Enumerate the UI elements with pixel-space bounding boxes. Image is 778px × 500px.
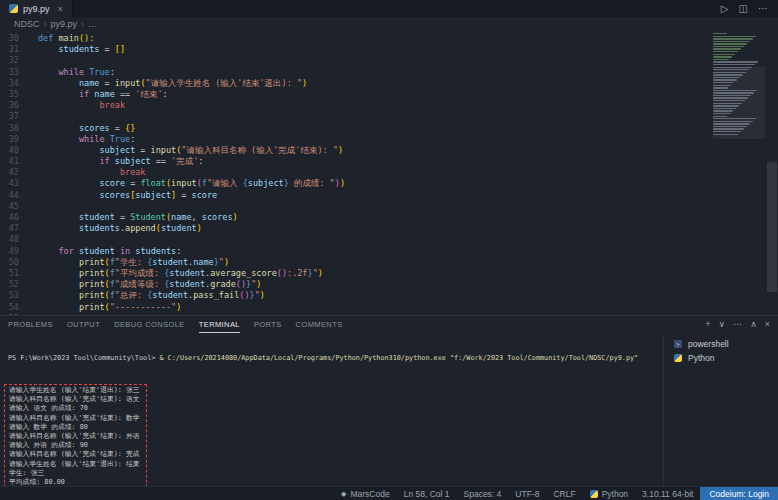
status-language[interactable]: Python	[583, 487, 635, 500]
tab-close-icon[interactable]: ×	[58, 4, 63, 14]
tab-bar: py9.py × ▷ ◫ ⋯	[0, 0, 778, 17]
code-line: scores[subject] = score	[38, 190, 778, 201]
terminal-list-label: Python	[688, 353, 714, 363]
code-line: subject = input("请输入科目名称 (输入'完成'结束): ")	[38, 145, 778, 156]
more-actions-icon[interactable]: ⋯	[758, 4, 768, 14]
gutter: 3031323334353637383940414243444546474849…	[0, 31, 28, 315]
run-button[interactable]: ▷	[721, 4, 729, 14]
editor-tab-py9[interactable]: py9.py ×	[0, 0, 73, 17]
status-cursor-position[interactable]: Ln 58, Col 1	[397, 487, 457, 500]
code-line: scores = {}	[38, 123, 778, 134]
powershell-icon: >	[674, 340, 682, 348]
code-line: for student in students:	[38, 246, 778, 257]
code-line: while True:	[38, 134, 778, 145]
panel-tab-comments[interactable]: COMMENTS	[296, 316, 343, 333]
marscode-icon: ◆	[341, 490, 346, 498]
code-line: print(f"总评: {student.pass_fail()}")	[38, 290, 778, 301]
line-number: 36	[0, 100, 19, 111]
terminal-sidebar: >powershellPython	[663, 334, 778, 486]
new-terminal-icon[interactable]: +	[705, 320, 710, 329]
panel-tab-debug-console[interactable]: DEBUG CONSOLE	[114, 316, 185, 333]
terminal-list-item-python[interactable]: Python	[664, 351, 778, 365]
terminal-list-item-powershell[interactable]: >powershell	[664, 337, 778, 351]
terminal-output-annotation-box: 请输入学生姓名 (输入'结束'退出): 张三请输入科目名称 (输入'完成'结束)…	[4, 384, 147, 486]
panel-tab-problems[interactable]: PROBLEMS	[8, 316, 53, 333]
breadcrumb-separator-icon: ›	[44, 19, 47, 29]
status-label: Codeium: Login	[709, 489, 769, 499]
line-number: 45	[0, 201, 19, 212]
status-codeium[interactable]: Codeium: Login	[700, 487, 778, 500]
vscode-window: py9.py × ▷ ◫ ⋯ NDSC›py9.py›… 30313233343…	[0, 0, 778, 500]
code-lines: def main(): students = [] while True: na…	[28, 31, 778, 315]
panel-tab-terminal[interactable]: TERMINAL	[199, 316, 240, 333]
panel-tab-ports[interactable]: PORTS	[254, 316, 282, 333]
python-file-icon	[9, 4, 18, 13]
status-label: Ln 58, Col 1	[404, 489, 450, 499]
status-label: Spaces: 4	[464, 489, 502, 499]
terminal-output-line: 请输入科目名称 (输入'完成'结束): 语文	[9, 395, 140, 404]
editor-scrollbar-thumb[interactable]	[767, 162, 777, 293]
status-interpreter[interactable]: 3.10.11 64-bit	[635, 487, 700, 500]
breadcrumb-item[interactable]: …	[88, 19, 97, 29]
panel-body: PS F:\Work\2023 Tool\Community\Tool> & C…	[0, 334, 778, 486]
status-indentation[interactable]: Spaces: 4	[457, 487, 509, 500]
line-number: 30	[0, 33, 19, 44]
status-eol[interactable]: CRLF	[546, 487, 582, 500]
line-number: 35	[0, 89, 19, 100]
bottom-panel: PROBLEMSOUTPUTDEBUG CONSOLETERMINALPORTS…	[0, 315, 778, 486]
line-number: 38	[0, 123, 19, 134]
editor-actions: ▷ ◫ ⋯	[721, 0, 778, 17]
line-number: 54	[0, 302, 19, 313]
code-line: print(f"平均成绩: {student.average_score():.…	[38, 268, 778, 279]
minimap[interactable]	[713, 33, 765, 303]
status-marscode[interactable]: ◆MarsCode	[334, 487, 397, 500]
terminal-output-line: 请输入 数学 的成绩: 80	[9, 423, 140, 432]
panel-more-icon[interactable]: ⋯	[733, 320, 742, 329]
breadcrumb: NDSC›py9.py›…	[0, 17, 778, 31]
terminal-output-line: 请输入科目名称 (输入'完成'结束): 数学	[9, 414, 140, 423]
status-label: Python	[602, 489, 628, 499]
status-encoding[interactable]: UTF-8	[508, 487, 546, 500]
terminal-list: >powershellPython	[664, 337, 778, 365]
code-line: while True:	[38, 67, 778, 78]
close-panel-icon[interactable]: ×	[765, 320, 770, 329]
terminal-dropdown-icon[interactable]: ∨	[719, 320, 726, 329]
statusbar-right: ◆MarsCodeLn 58, Col 1Spaces: 4UTF-8CRLFP…	[334, 487, 778, 500]
terminal-command-line: PS F:\Work\2023 Tool\Community\Tool> & C…	[8, 354, 663, 363]
line-number: 53	[0, 290, 19, 301]
terminal-output-line: 请输入科目名称 (输入'完成'结束): 完成	[9, 450, 140, 459]
code-line: def main():	[38, 33, 778, 44]
maximize-panel-icon[interactable]: ∧	[750, 320, 757, 329]
terminal-output-line: 请输入学生姓名 (输入'结束'退出): 结束	[9, 460, 140, 469]
editor-scrollbar[interactable]	[766, 31, 778, 315]
line-number: 34	[0, 78, 19, 89]
split-editor-icon[interactable]: ◫	[739, 4, 748, 14]
breadcrumb-item[interactable]: NDSC	[14, 19, 40, 29]
breadcrumb-item[interactable]: py9.py	[51, 19, 78, 29]
code-line: if name == '结束':	[38, 89, 778, 100]
line-number: 52	[0, 279, 19, 290]
panel-tab-output[interactable]: OUTPUT	[67, 316, 100, 333]
status-label: MarsCode	[350, 489, 389, 499]
terminal[interactable]: PS F:\Work\2023 Tool\Community\Tool> & C…	[0, 334, 663, 486]
line-number: 43	[0, 178, 19, 189]
line-number: 32	[0, 55, 19, 66]
code-line: student = Student(name, scores)	[38, 212, 778, 223]
code-editor[interactable]: 3031323334353637383940414243444546474849…	[0, 31, 778, 315]
line-number: 50	[0, 257, 19, 268]
line-number: 48	[0, 234, 19, 245]
code-line	[38, 234, 778, 245]
panel-header: PROBLEMSOUTPUTDEBUG CONSOLETERMINALPORTS…	[0, 316, 778, 333]
line-number: 42	[0, 167, 19, 178]
line-number: 40	[0, 145, 19, 156]
code-line: students = []	[38, 44, 778, 55]
line-number: 51	[0, 268, 19, 279]
terminal-output-line: 请输入 语文 的成绩: 70	[9, 404, 140, 413]
terminal-output-line: 请输入学生姓名 (输入'结束'退出): 张三	[9, 386, 140, 395]
code-line	[38, 111, 778, 122]
line-number: 31	[0, 44, 19, 55]
status-label: CRLF	[553, 489, 575, 499]
panel-tabs: PROBLEMSOUTPUTDEBUG CONSOLETERMINALPORTS…	[8, 316, 343, 333]
terminal-list-label: powershell	[688, 339, 729, 349]
line-number: 33	[0, 67, 19, 78]
